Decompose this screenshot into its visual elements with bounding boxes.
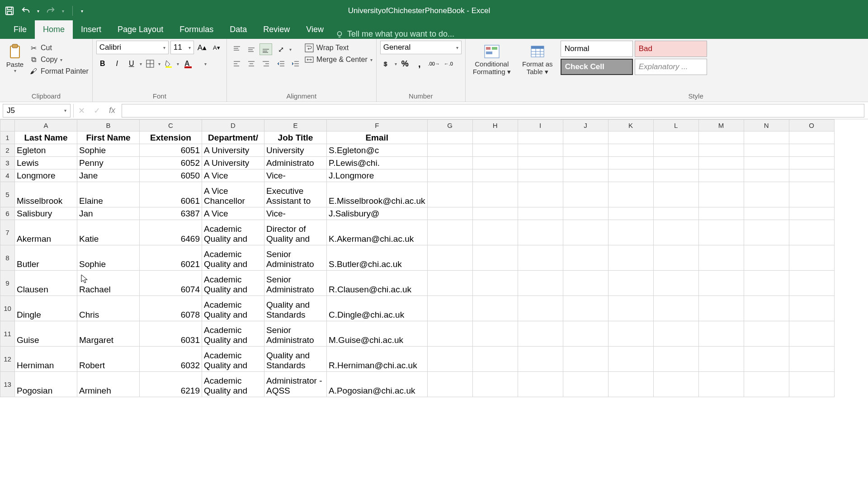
decrease-decimal-icon[interactable]: ←.0 [442, 58, 455, 70]
cell[interactable]: A Vice Chancellor [202, 182, 264, 207]
cell[interactable]: Department/ [202, 131, 264, 144]
cell[interactable]: Job Title [264, 131, 327, 144]
copy-dropdown-icon[interactable]: ▾ [60, 57, 62, 62]
cell[interactable]: 6074 [140, 271, 202, 296]
cell[interactable]: Senior Administrato [264, 271, 327, 296]
bold-button[interactable]: B [96, 58, 109, 70]
cell[interactable]: 6061 [140, 182, 202, 207]
fill-color-dropdown-icon[interactable]: ▾ [177, 61, 179, 66]
cell[interactable]: Executive Assistant to [264, 182, 327, 207]
number-format-select[interactable]: General ▾ [380, 41, 462, 54]
cell[interactable]: 6032 [140, 347, 202, 372]
tab-page-layout[interactable]: Page Layout [109, 20, 171, 39]
cell[interactable]: J.Longmore [327, 169, 428, 182]
col-header[interactable]: F [327, 120, 428, 131]
cell[interactable]: M.Guise@chi.ac.uk [327, 321, 428, 347]
undo-dropdown-icon[interactable]: ▾ [37, 9, 39, 14]
tell-me-search[interactable]: Tell me what you want to do... [335, 29, 454, 39]
tab-formulas[interactable]: Formulas [171, 20, 222, 39]
cell[interactable]: Academic Quality and [202, 245, 264, 271]
cell[interactable]: Katie [77, 220, 140, 245]
cell[interactable]: 6469 [140, 220, 202, 245]
cell[interactable]: J.Salisbury@ [327, 207, 428, 220]
col-header[interactable]: B [77, 120, 140, 131]
accounting-format-icon[interactable]: $ [380, 58, 393, 70]
cell[interactable]: A University [202, 157, 264, 169]
underline-dropdown-icon[interactable]: ▾ [140, 61, 142, 66]
cell[interactable]: 6021 [140, 245, 202, 271]
borders-button[interactable] [144, 58, 156, 70]
cell[interactable]: Margaret [77, 321, 140, 347]
cell[interactable]: Administrator - AQSS [264, 372, 327, 397]
cell[interactable]: Quality and Standards [264, 347, 327, 372]
row-header[interactable]: 13 [0, 372, 15, 397]
row-header[interactable]: 7 [0, 220, 15, 245]
col-header[interactable]: E [264, 120, 327, 131]
worksheet-grid[interactable]: A B C D E F G H I J K L M N O 1 Last Nam… [0, 119, 868, 397]
cell[interactable]: Salisbury [15, 207, 77, 220]
cell[interactable]: R.Herniman@chi.ac.uk [327, 347, 428, 372]
italic-button[interactable]: I [111, 58, 123, 70]
col-header[interactable]: D [202, 120, 264, 131]
decrease-indent-icon[interactable] [275, 58, 288, 70]
qat-customize-icon[interactable]: ▾ [81, 9, 83, 14]
copy-button[interactable]: ⧉ Copy ▾ [29, 55, 89, 64]
align-top-icon[interactable] [231, 43, 243, 55]
cell[interactable]: A University [202, 144, 264, 157]
cell[interactable]: Sophie [77, 144, 140, 157]
paste-dropdown-icon[interactable]: ▾ [14, 68, 16, 73]
cell[interactable]: C.Dingle@chi.ac.uk [327, 296, 428, 321]
orientation-dropdown-icon[interactable]: ▾ [289, 47, 292, 52]
redo-dropdown-icon[interactable]: ▾ [62, 9, 64, 14]
cell[interactable]: Senior Administrato [264, 245, 327, 271]
comma-format-icon[interactable]: , [413, 58, 426, 70]
cell[interactable]: Vice- [264, 207, 327, 220]
increase-font-icon[interactable]: A▴ [196, 42, 208, 53]
wrap-text-button[interactable]: Wrap Text [305, 43, 373, 52]
cell[interactable]: Longmore [15, 169, 77, 182]
cell[interactable]: 6050 [140, 169, 202, 182]
style-check-cell[interactable]: Check Cell [561, 59, 633, 75]
accounting-dropdown-icon[interactable]: ▾ [395, 61, 397, 66]
cut-button[interactable]: ✂ Cut [29, 43, 89, 52]
merge-dropdown-icon[interactable]: ▾ [370, 57, 373, 62]
undo-icon[interactable] [21, 6, 31, 16]
tab-data[interactable]: Data [222, 20, 255, 39]
cell[interactable]: Sophie [77, 245, 140, 271]
style-bad[interactable]: Bad [635, 41, 707, 57]
borders-dropdown-icon[interactable]: ▾ [158, 61, 160, 66]
cell[interactable]: E.Misselbrook@chi.ac.uk [327, 182, 428, 207]
cell[interactable]: Academic Quality and [202, 372, 264, 397]
format-as-table-button[interactable]: Format as Table ▾ [517, 41, 558, 75]
save-icon[interactable] [5, 6, 14, 16]
cell[interactable]: Senior Administrato [264, 321, 327, 347]
cell[interactable]: 6031 [140, 321, 202, 347]
cell[interactable]: S.Egleton@c [327, 144, 428, 157]
align-middle-icon[interactable] [245, 43, 258, 55]
col-header[interactable]: J [563, 120, 608, 131]
cell[interactable]: Herniman [15, 347, 77, 372]
enter-formula-icon[interactable]: ✓ [89, 104, 104, 117]
increase-decimal-icon[interactable]: .00→ [428, 58, 440, 70]
cell[interactable]: Administrato [264, 157, 327, 169]
row-header[interactable]: 5 [0, 182, 15, 207]
row-header[interactable]: 4 [0, 169, 15, 182]
cell[interactable]: Director of Quality and [264, 220, 327, 245]
col-header[interactable]: L [653, 120, 698, 131]
fill-color-button[interactable] [162, 58, 175, 70]
increase-indent-icon[interactable] [289, 58, 302, 70]
row-header[interactable]: 10 [0, 296, 15, 321]
cell[interactable]: 6078 [140, 296, 202, 321]
cell[interactable]: S.Butler@chi.ac.uk [327, 245, 428, 271]
cell[interactable]: Chris [77, 296, 140, 321]
style-normal[interactable]: Normal [561, 41, 633, 57]
redo-icon[interactable] [46, 6, 56, 16]
cell[interactable]: 6219 [140, 372, 202, 397]
cell[interactable]: Quality and Standards [264, 296, 327, 321]
col-header[interactable]: M [698, 120, 744, 131]
col-header[interactable]: G [427, 120, 472, 131]
cell[interactable]: Academic Quality and [202, 220, 264, 245]
col-header[interactable]: H [472, 120, 518, 131]
tab-file[interactable]: File [5, 20, 35, 39]
row-header[interactable]: 8 [0, 245, 15, 271]
